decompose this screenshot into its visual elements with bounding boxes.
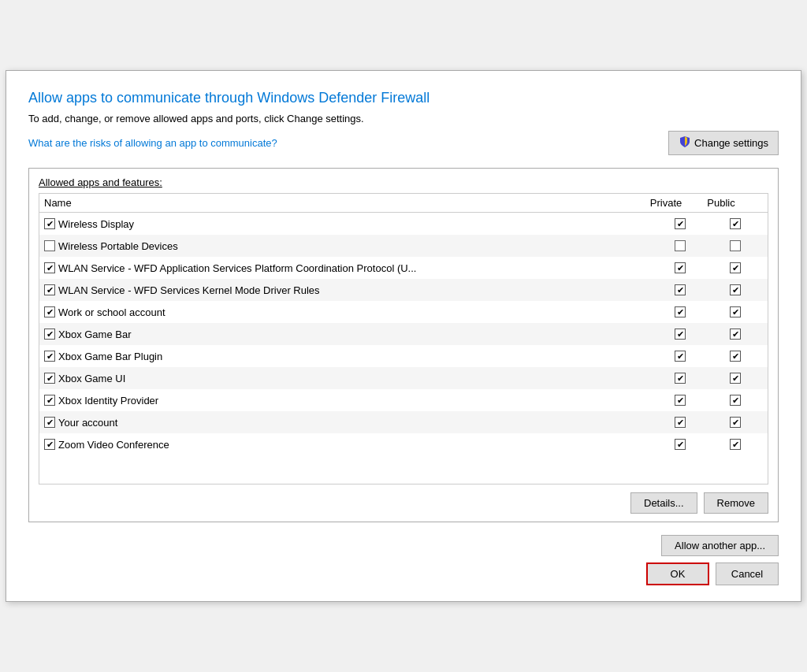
row-name-label: Xbox Game UI	[58, 373, 125, 384]
ok-button[interactable]: OK	[646, 562, 709, 585]
table-row[interactable]: WLAN Service - WFD Application Services …	[39, 257, 768, 279]
table-body: Wireless DisplayWireless Portable Device…	[39, 213, 768, 481]
dialog-footer: OK Cancel	[28, 562, 779, 585]
row-name-label: Xbox Identity Provider	[58, 395, 158, 407]
dialog-title: Allow apps to communicate through Window…	[28, 90, 779, 106]
row-checkbox-public[interactable]	[730, 284, 741, 295]
row-checkbox-private[interactable]	[675, 373, 686, 384]
col-private-header: Private	[638, 197, 694, 209]
row-checkbox-name[interactable]	[44, 395, 55, 406]
row-checkbox-private[interactable]	[675, 218, 686, 229]
table-row[interactable]: Wireless Display	[39, 213, 768, 235]
col-name-header: Name	[44, 197, 638, 209]
table-row[interactable]: Work or school account	[39, 301, 768, 323]
shield-icon	[679, 136, 691, 150]
main-dialog: Allow apps to communicate through Window…	[6, 70, 801, 602]
row-checkbox-public[interactable]	[730, 417, 741, 428]
row-checkbox-name[interactable]	[44, 306, 55, 317]
row-checkbox-public[interactable]	[730, 395, 741, 406]
row-checkbox-private[interactable]	[675, 395, 686, 406]
row-checkbox-private[interactable]	[675, 240, 686, 251]
dialog-subtitle: To add, change, or remove allowed apps a…	[28, 113, 779, 124]
row-checkbox-public[interactable]	[730, 373, 741, 384]
row-name-label: Wireless Portable Devices	[58, 240, 178, 252]
row-checkbox-public[interactable]	[730, 439, 741, 450]
details-button[interactable]: Details...	[630, 492, 697, 514]
row-checkbox-private[interactable]	[675, 439, 686, 450]
table-row[interactable]: Your account	[39, 411, 768, 433]
row-name-label: WLAN Service - WFD Services Kernel Mode …	[58, 284, 320, 296]
row-name-label: Xbox Game Bar Plugin	[58, 351, 162, 362]
row-checkbox-public[interactable]	[730, 218, 741, 229]
row-checkbox-public[interactable]	[730, 262, 741, 273]
table-row[interactable]: WLAN Service - WFD Services Kernel Mode …	[39, 279, 768, 301]
row-name-label: Wireless Display	[58, 218, 134, 230]
table-container: Name Private Public Wireless DisplayWire…	[39, 193, 768, 485]
panel-footer: Details... Remove	[29, 485, 778, 522]
row-checkbox-private[interactable]	[675, 262, 686, 273]
change-settings-button[interactable]: Change settings	[668, 131, 779, 155]
row-name-label: WLAN Service - WFD Application Services …	[58, 262, 416, 274]
row-checkbox-public[interactable]	[730, 329, 741, 340]
change-settings-label: Change settings	[694, 137, 768, 149]
row-checkbox-name[interactable]	[44, 351, 55, 362]
row-checkbox-name[interactable]	[44, 218, 55, 229]
table-row[interactable]: Xbox Game Bar	[39, 323, 768, 345]
dialog-header-row: What are the risks of allowing an app to…	[28, 131, 779, 155]
row-checkbox-public[interactable]	[730, 240, 741, 251]
row-checkbox-name[interactable]	[44, 439, 55, 450]
row-checkbox-private[interactable]	[675, 417, 686, 428]
remove-button[interactable]: Remove	[704, 492, 768, 514]
row-checkbox-name[interactable]	[44, 417, 55, 428]
row-checkbox-name[interactable]	[44, 262, 55, 273]
row-name-label: Your account	[58, 417, 117, 429]
row-name-label: Work or school account	[58, 306, 165, 318]
table-header: Name Private Public	[39, 194, 768, 213]
row-checkbox-public[interactable]	[730, 351, 741, 362]
col-public-header: Public	[694, 197, 749, 209]
table-row[interactable]: Wireless Portable Devices	[39, 235, 768, 257]
row-checkbox-private[interactable]	[675, 306, 686, 317]
panel-header: Allowed apps and features:	[29, 169, 778, 193]
allow-another-app-button[interactable]: Allow another app...	[661, 535, 779, 556]
allowed-apps-panel: Allowed apps and features: Name Private …	[28, 168, 779, 522]
row-checkbox-name[interactable]	[44, 240, 55, 251]
cancel-button[interactable]: Cancel	[716, 562, 779, 585]
row-checkbox-private[interactable]	[675, 284, 686, 295]
row-checkbox-name[interactable]	[44, 373, 55, 384]
risk-link[interactable]: What are the risks of allowing an app to…	[28, 137, 277, 149]
table-row[interactable]: Zoom Video Conference	[39, 433, 768, 455]
allow-another-row: Allow another app...	[28, 535, 779, 556]
row-name-label: Zoom Video Conference	[58, 439, 169, 451]
table-row[interactable]: Xbox Game Bar Plugin	[39, 345, 768, 367]
row-checkbox-public[interactable]	[730, 306, 741, 317]
table-row[interactable]: Xbox Game UI	[39, 367, 768, 389]
table-row[interactable]: Xbox Identity Provider	[39, 389, 768, 411]
row-name-label: Xbox Game Bar	[58, 329, 132, 340]
row-checkbox-private[interactable]	[675, 329, 686, 340]
row-checkbox-name[interactable]	[44, 329, 55, 340]
row-checkbox-private[interactable]	[675, 351, 686, 362]
row-checkbox-name[interactable]	[44, 284, 55, 295]
